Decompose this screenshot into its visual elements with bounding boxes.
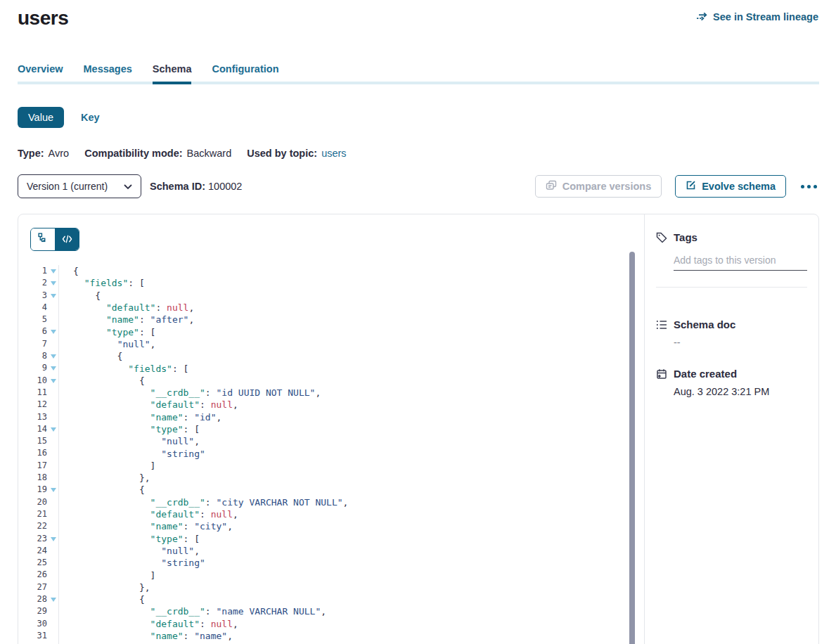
code-line: 11 "__crdb__": "id UUID NOT NULL",: [18, 387, 644, 399]
gutter-cell: 31: [18, 630, 59, 642]
line-number: 9: [42, 363, 47, 373]
code-text: },: [59, 582, 150, 593]
gutter-cell: 25: [18, 557, 59, 569]
code-line: 8 {: [18, 350, 644, 362]
code-text: "default": null,: [59, 399, 238, 410]
tags-title: Tags: [674, 231, 697, 243]
active-tab-indicator: [153, 82, 191, 84]
evolve-schema-button[interactable]: Evolve schema: [675, 175, 786, 198]
fold-toggle-icon[interactable]: [51, 294, 56, 298]
fold-toggle-icon[interactable]: [51, 379, 56, 383]
line-number: 10: [37, 375, 47, 385]
code-text: {: [59, 351, 122, 361]
version-select[interactable]: Version 1 (current): [18, 174, 141, 198]
page-title: users: [18, 7, 68, 30]
fold-toggle-icon[interactable]: [51, 427, 56, 432]
tab-schema[interactable]: Schema: [153, 63, 192, 82]
schema-doc-header: Schema doc: [656, 318, 807, 330]
code-view-button[interactable]: [55, 228, 79, 250]
fold-toggle-icon[interactable]: [51, 598, 56, 602]
date-created-section: Date created Aug. 3 2022 3:21 PM: [656, 368, 807, 397]
code-text: "name": "after",: [59, 314, 194, 325]
code-line: 13 "name": "id",: [18, 411, 644, 423]
schema-meta: Type: Avro Compatibility mode: Backward …: [18, 148, 818, 159]
tab-messages[interactable]: Messages: [84, 63, 132, 82]
sidebar-divider: [656, 287, 807, 288]
schema-doc-section: Schema doc --: [656, 318, 807, 348]
line-number: 28: [37, 594, 47, 604]
schema-code-pane: 1{2 "fields": [3 {4 "default": null,5 "n…: [18, 214, 645, 644]
fold-toggle-icon[interactable]: [51, 488, 56, 492]
stream-lineage-link[interactable]: See in Stream lineage: [696, 11, 818, 22]
ellipsis-icon: [801, 185, 804, 188]
schema-sidebar: Tags Schema doc --: [645, 214, 818, 644]
code-text: "type": [: [59, 327, 155, 337]
tab-underline-track: [18, 82, 819, 84]
code-text: "__crdb__": "name VARCHAR NULL",: [59, 606, 326, 617]
tree-view-button[interactable]: [31, 228, 55, 250]
line-number: 27: [37, 582, 47, 592]
compare-versions-button[interactable]: Compare versions: [535, 175, 662, 198]
gutter-cell: 16: [18, 447, 59, 459]
value-toggle-button[interactable]: Value: [18, 107, 64, 128]
gutter-cell: 26: [18, 569, 59, 581]
code-text: "string": [59, 449, 205, 459]
gutter-cell: 14: [18, 423, 59, 435]
gutter-cell: 20: [18, 496, 59, 508]
topic-link[interactable]: users: [321, 148, 346, 159]
code-line: 31 "name": "name",: [18, 630, 644, 642]
date-created-header: Date created: [656, 368, 807, 380]
editor-scrollbar[interactable]: [629, 252, 635, 644]
code-line: 14 "type": [: [18, 423, 644, 435]
line-number: 31: [37, 631, 47, 640]
code-text: "fields": [: [59, 363, 188, 374]
code-line: 10 {: [18, 375, 644, 387]
header: users See in Stream lineage: [18, 0, 818, 30]
key-toggle-button[interactable]: Key: [81, 112, 100, 123]
edit-icon: [686, 180, 696, 193]
compare-versions-label: Compare versions: [562, 181, 652, 192]
evolve-schema-label: Evolve schema: [702, 181, 776, 192]
line-number: 25: [37, 558, 47, 567]
chevron-down-icon: [124, 181, 132, 192]
code-line: 28 {: [18, 593, 644, 605]
tab-overview[interactable]: Overview: [18, 63, 63, 82]
fold-toggle-icon[interactable]: [51, 269, 56, 273]
code-lines: 1{2 "fields": [3 {4 "default": null,5 "n…: [18, 265, 644, 644]
code-line: 25 "string": [18, 557, 644, 569]
gutter-cell: 10: [18, 375, 59, 387]
line-number: 17: [37, 461, 47, 470]
line-number: 1: [42, 266, 47, 276]
schema-doc-title: Schema doc: [674, 318, 735, 330]
line-number: 23: [37, 534, 47, 543]
code-text: "type": [: [59, 534, 200, 544]
code-line: 9 "fields": [: [18, 362, 644, 374]
fold-toggle-icon[interactable]: [51, 330, 56, 334]
fold-toggle-icon[interactable]: [51, 537, 56, 541]
version-bar: Version 1 (current) Schema ID: 100002: [18, 174, 818, 198]
code-text: "__crdb__": "id UUID NOT NULL",: [59, 387, 321, 398]
compare-versions-icon: [546, 180, 557, 193]
fold-toggle-icon[interactable]: [51, 354, 56, 359]
more-options-button[interactable]: [799, 181, 818, 193]
gutter-cell: 12: [18, 399, 59, 411]
line-number: 7: [42, 339, 47, 349]
view-toggle: [30, 228, 79, 251]
gutter-cell: 13: [18, 411, 59, 423]
code-text: "default": null,: [59, 619, 238, 629]
stream-lineage-label: See in Stream lineage: [713, 11, 818, 22]
code-line: 22 "name": "city",: [18, 520, 644, 532]
tags-header: Tags: [656, 231, 807, 243]
schema-editor[interactable]: 1{2 "fields": [3 {4 "default": null,5 "n…: [18, 265, 644, 644]
add-tags-input[interactable]: [674, 253, 807, 271]
fold-toggle-icon[interactable]: [51, 281, 56, 285]
code-text: ]: [59, 461, 155, 471]
date-created-value: Aug. 3 2022 3:21 PM: [674, 386, 807, 397]
gutter-cell: 22: [18, 520, 59, 532]
fold-toggle-icon[interactable]: [51, 366, 56, 371]
code-line: 21 "default": null,: [18, 508, 644, 520]
line-number: 15: [37, 436, 47, 446]
gutter-cell: 8: [18, 350, 59, 362]
tab-configuration[interactable]: Configuration: [212, 63, 278, 82]
gutter-cell: 4: [18, 302, 59, 314]
